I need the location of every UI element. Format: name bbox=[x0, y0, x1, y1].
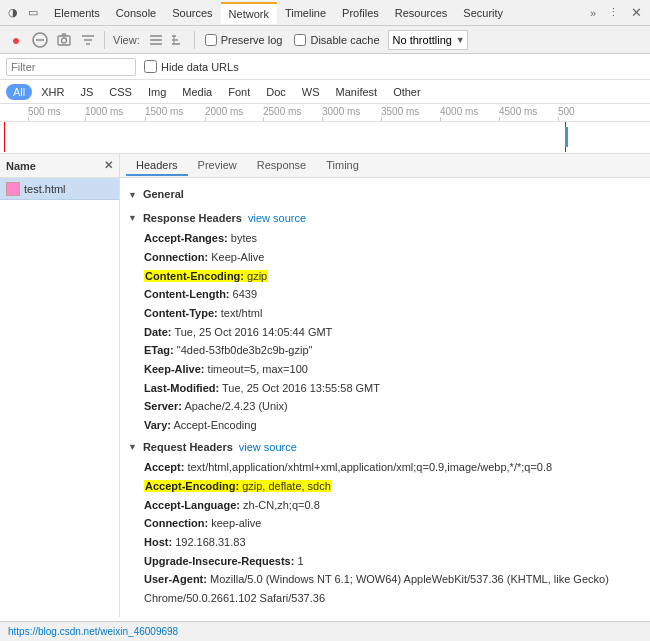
resp-header-name-6: ETag: bbox=[144, 344, 174, 356]
filter-bar: Hide data URLs bbox=[0, 54, 650, 80]
tick-3000ms: 3000 ms bbox=[322, 106, 360, 117]
response-headers-section-title: ▼ Response Headers view source bbox=[128, 206, 642, 230]
resp-header-name-5: Date: bbox=[144, 326, 172, 338]
close-panel-button[interactable]: ✕ bbox=[104, 159, 113, 172]
menu-button[interactable]: ⋮ bbox=[604, 4, 623, 21]
general-triangle-icon[interactable]: ▼ bbox=[128, 188, 137, 202]
req-header-value-5: 1 bbox=[297, 555, 303, 567]
resp-header-value-6: "4ded-53fb0de3b2c9b-gzip" bbox=[177, 344, 313, 356]
tab-profiles[interactable]: Profiles bbox=[334, 3, 387, 23]
req-header-name-4: Host: bbox=[144, 536, 172, 548]
req-header-upgrade-insecure: Upgrade-Insecure-Requests: 1 bbox=[128, 552, 642, 571]
svg-rect-2 bbox=[58, 36, 70, 45]
detail-tab-preview[interactable]: Preview bbox=[188, 156, 247, 176]
resp-header-content-length: Content-Length: 6439 bbox=[128, 285, 642, 304]
req-header-name-3: Connection: bbox=[144, 517, 208, 529]
req-header-accept: Accept: text/html,application/xhtml+xml,… bbox=[128, 458, 642, 477]
type-tab-manifest[interactable]: Manifest bbox=[329, 84, 385, 100]
timeline-area: 500 ms 1000 ms 1500 ms 2000 ms 2500 ms 3… bbox=[0, 104, 650, 154]
close-devtools-button[interactable]: ✕ bbox=[627, 3, 646, 22]
type-tab-ws[interactable]: WS bbox=[295, 84, 327, 100]
req-header-value-2: zh-CN,zh;q=0.8 bbox=[243, 499, 320, 511]
headers-content: ▼ General ▼ Response Headers view source… bbox=[120, 178, 650, 612]
req-header-value-6: Mozilla/5.0 (Windows NT 6.1; WOW64) Appl… bbox=[144, 573, 609, 604]
req-header-accept-language: Accept-Language: zh-CN,zh;q=0.8 bbox=[128, 496, 642, 515]
request-view-source-link[interactable]: view source bbox=[239, 439, 297, 457]
resp-header-name-0: Accept-Ranges: bbox=[144, 232, 228, 244]
detail-tab-timing[interactable]: Timing bbox=[316, 156, 369, 176]
type-tab-css[interactable]: CSS bbox=[102, 84, 139, 100]
responsive-icon[interactable]: ▭ bbox=[24, 4, 42, 22]
resp-header-value-5: Tue, 25 Oct 2016 14:05:44 GMT bbox=[174, 326, 332, 338]
throttle-select[interactable]: No throttling bbox=[388, 30, 468, 50]
record-button[interactable]: ● bbox=[6, 30, 26, 50]
type-tab-other[interactable]: Other bbox=[386, 84, 428, 100]
filter-button[interactable] bbox=[78, 30, 98, 50]
request-list-header: Name ✕ bbox=[0, 154, 119, 178]
clear-button[interactable] bbox=[30, 30, 50, 50]
type-tab-img[interactable]: Img bbox=[141, 84, 173, 100]
resp-header-name-1: Connection: bbox=[144, 251, 208, 263]
tab-network[interactable]: Network bbox=[221, 2, 277, 24]
tab-timeline[interactable]: Timeline bbox=[277, 3, 334, 23]
camera-button[interactable] bbox=[54, 30, 74, 50]
tab-security[interactable]: Security bbox=[455, 3, 511, 23]
separator-1 bbox=[104, 31, 105, 49]
detail-tab-headers[interactable]: Headers bbox=[126, 156, 188, 176]
view-icons bbox=[146, 30, 188, 50]
req-header-name-1: Accept-Encoding: bbox=[145, 480, 239, 492]
tree-view-button[interactable] bbox=[168, 30, 188, 50]
more-tabs-button[interactable]: » bbox=[586, 5, 600, 21]
response-view-source-link[interactable]: view source bbox=[248, 210, 306, 228]
resp-header-value-1: Keep-Alive bbox=[211, 251, 264, 263]
preserve-log-checkbox-group[interactable]: Preserve log bbox=[205, 34, 283, 46]
resp-header-name-7: Keep-Alive: bbox=[144, 363, 205, 375]
tab-bar: ◑ ▭ Elements Console Sources Network Tim… bbox=[0, 0, 650, 26]
file-type-icon bbox=[6, 182, 20, 196]
general-section-title: ▼ General bbox=[128, 182, 642, 206]
preserve-log-checkbox[interactable] bbox=[205, 34, 217, 46]
tab-bar-icons: ◑ ▭ bbox=[4, 4, 42, 22]
tab-bar-right: » ⋮ ✕ bbox=[586, 3, 646, 22]
type-tab-all[interactable]: All bbox=[6, 84, 32, 100]
resp-header-etag: ETag: "4ded-53fb0de3b2c9b-gzip" bbox=[128, 341, 642, 360]
tab-elements[interactable]: Elements bbox=[46, 3, 108, 23]
req-header-host: Host: 192.168.31.83 bbox=[128, 533, 642, 552]
type-tabs: All XHR JS CSS Img Media Font Doc WS Man… bbox=[0, 80, 650, 104]
timeline-request-bar bbox=[565, 127, 568, 147]
request-headers-triangle-icon[interactable]: ▼ bbox=[128, 440, 137, 454]
req-header-accept-encoding: Accept-Encoding: gzip, deflate, sdch bbox=[128, 477, 642, 496]
resp-header-last-modified: Last-Modified: Tue, 25 Oct 2016 13:55:58… bbox=[128, 379, 642, 398]
response-headers-triangle-icon[interactable]: ▼ bbox=[128, 211, 137, 225]
request-headers-section-title: ▼ Request Headers view source bbox=[128, 435, 642, 459]
type-tab-media[interactable]: Media bbox=[175, 84, 219, 100]
hide-data-urls-checkbox[interactable] bbox=[144, 60, 157, 73]
type-tab-xhr[interactable]: XHR bbox=[34, 84, 71, 100]
resp-header-name-10: Vary: bbox=[144, 419, 171, 431]
tick-500-2: 500 bbox=[558, 106, 575, 117]
filter-input[interactable] bbox=[6, 58, 136, 76]
status-bar-url[interactable]: https://blog.csdn.net/weixin_46009698 bbox=[8, 626, 178, 637]
disable-cache-label: Disable cache bbox=[310, 34, 379, 46]
resp-header-value-2: gzip bbox=[247, 270, 267, 282]
inspect-icon[interactable]: ◑ bbox=[4, 4, 22, 22]
detail-tab-response[interactable]: Response bbox=[247, 156, 317, 176]
type-tab-font[interactable]: Font bbox=[221, 84, 257, 100]
timeline-ruler: 500 ms 1000 ms 1500 ms 2000 ms 2500 ms 3… bbox=[0, 104, 650, 122]
tick-1500ms: 1500 ms bbox=[145, 106, 183, 117]
resp-header-value-8: Tue, 25 Oct 2016 13:55:58 GMT bbox=[222, 382, 380, 394]
type-tab-js[interactable]: JS bbox=[73, 84, 100, 100]
hide-data-urls-group[interactable]: Hide data URLs bbox=[144, 60, 239, 73]
disable-cache-checkbox-group[interactable]: Disable cache bbox=[294, 34, 379, 46]
tab-resources[interactable]: Resources bbox=[387, 3, 456, 23]
tab-console[interactable]: Console bbox=[108, 3, 164, 23]
type-tab-doc[interactable]: Doc bbox=[259, 84, 293, 100]
list-view-button[interactable] bbox=[146, 30, 166, 50]
request-list-panel: Name ✕ test.html bbox=[0, 154, 120, 617]
tab-sources[interactable]: Sources bbox=[164, 3, 220, 23]
request-item-test-html[interactable]: test.html bbox=[0, 178, 119, 200]
disable-cache-checkbox[interactable] bbox=[294, 34, 306, 46]
tick-500ms: 500 ms bbox=[28, 106, 61, 117]
resp-header-value-10: Accept-Encoding bbox=[173, 419, 256, 431]
resp-header-vary: Vary: Accept-Encoding bbox=[128, 416, 642, 435]
